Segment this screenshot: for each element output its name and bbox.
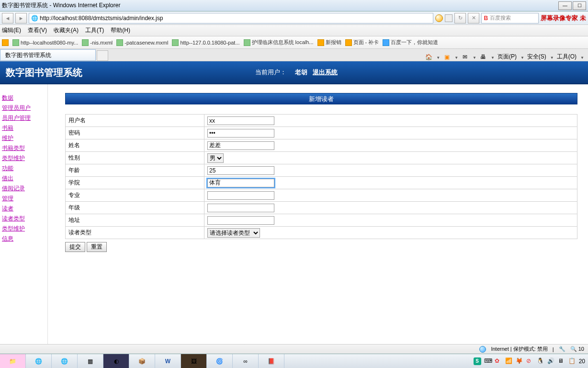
sogou-ime-icon[interactable]: S xyxy=(474,357,481,365)
fav-item[interactable]: -nis.mxml xyxy=(82,39,113,46)
url-input[interactable] xyxy=(40,15,431,22)
app-title: 数字图书管理系统 xyxy=(6,66,82,79)
fav-item[interactable]: -patcasenew.mxml xyxy=(116,39,168,46)
tray-icon[interactable]: ⌨ xyxy=(484,357,492,365)
input-major[interactable] xyxy=(207,191,274,200)
sidebar-item[interactable]: 类型维护 xyxy=(2,224,45,234)
task-ie[interactable]: 🌐 xyxy=(26,354,52,368)
maximize-button[interactable]: ☐ xyxy=(573,1,586,10)
sidebar-item[interactable]: 信息 xyxy=(2,234,45,244)
menu-tools[interactable]: 工具(T) xyxy=(85,26,104,34)
sidebar-item[interactable]: 管理 xyxy=(2,194,45,204)
print-icon[interactable]: 🖶 xyxy=(479,53,487,61)
favorites-star-icon[interactable] xyxy=(2,39,9,46)
fav-item[interactable]: 护理临床信息系统 localh... xyxy=(244,39,314,46)
compat-icon[interactable] xyxy=(445,14,452,22)
search-box[interactable]: B 百度搜索 xyxy=(481,13,539,23)
mail-icon[interactable]: ✉ xyxy=(461,53,469,61)
task-ie2[interactable]: 🌐 xyxy=(52,354,78,368)
sidebar-item[interactable]: 管理员用户 xyxy=(2,103,45,113)
tray-icon[interactable]: ✿ xyxy=(495,357,502,365)
minimize-button[interactable]: — xyxy=(558,1,572,10)
url-field[interactable]: 🌐 xyxy=(29,13,433,23)
dropdown-arrow-icon[interactable] xyxy=(520,54,524,60)
baidu-icon: B xyxy=(484,15,488,22)
task-app4[interactable]: 📕 xyxy=(259,354,284,368)
safety-menu[interactable]: 安全(S) xyxy=(527,53,546,61)
submit-button[interactable]: 提交 xyxy=(65,242,85,252)
sidebar-item[interactable]: 数据 xyxy=(2,93,45,103)
task-app2[interactable]: 🌀 xyxy=(207,354,233,368)
sidebar-item[interactable]: 借出 xyxy=(2,173,45,184)
refresh-button[interactable]: ↻ xyxy=(454,13,466,23)
fav-icon xyxy=(345,39,352,46)
sidebar-item[interactable]: 书籍类型 xyxy=(2,143,45,153)
page-title: 新增读者 xyxy=(65,93,577,104)
tab-bar: 数字图书管理系统 🏠 ▣ ✉ 🖶 页面(P) 安全(S) 工具(O) xyxy=(0,49,588,61)
active-tab[interactable]: 数字图书管理系统 xyxy=(0,49,96,61)
select-readertype[interactable]: 请选择读者类型 xyxy=(207,228,260,238)
fav-item[interactable]: 新报销 xyxy=(317,39,341,46)
rss-icon[interactable]: ▣ xyxy=(443,53,451,61)
tools-menu[interactable]: 工具(O) xyxy=(557,53,577,61)
sidebar-item[interactable]: 借阅记录 xyxy=(2,184,45,194)
taskbar: 📁 🌐 🌐 ▦ ◐ 📦 W 🖼 🌀 ∞ 📕 S ⌨ ✿ 📶 🦊 ⊘ 🐧 🔊 🖥 … xyxy=(0,354,588,368)
input-username[interactable] xyxy=(207,116,274,125)
task-word[interactable]: W xyxy=(155,354,181,368)
home-icon[interactable]: 🏠 xyxy=(425,53,432,61)
tray-icon[interactable]: 🖥 xyxy=(558,357,565,365)
fav-item[interactable]: 百度一下，你就知道 xyxy=(383,39,438,46)
dropdown-arrow-icon[interactable] xyxy=(453,54,458,60)
tray-icon[interactable]: 🐧 xyxy=(537,357,544,365)
task-eclipse[interactable]: ◐ xyxy=(103,354,129,368)
task-explorer[interactable]: 📁 xyxy=(0,354,26,368)
fav-item[interactable]: http--localhost8080-my... xyxy=(12,39,78,46)
tray-icon[interactable]: 📋 xyxy=(568,357,576,365)
menu-view[interactable]: 查看(V) xyxy=(28,26,47,34)
sidebar-item[interactable]: 维护 xyxy=(2,133,45,143)
menu-help[interactable]: 帮助(H) xyxy=(111,26,130,34)
input-password[interactable] xyxy=(207,129,274,138)
page-menu[interactable]: 页面(P) xyxy=(498,53,517,61)
sidebar-item[interactable]: 读者 xyxy=(2,204,45,214)
dropdown-arrow-icon[interactable] xyxy=(472,54,476,60)
zoom-level[interactable]: 🔍 10 xyxy=(570,346,584,352)
tray-wifi-icon[interactable]: 📶 xyxy=(505,357,513,365)
select-gender[interactable]: 男 xyxy=(207,153,224,163)
input-name[interactable] xyxy=(207,141,274,150)
task-app3[interactable]: ∞ xyxy=(233,354,259,368)
protected-mode-icon[interactable]: 🔧 xyxy=(559,346,565,352)
input-age[interactable] xyxy=(207,166,274,175)
sidebar-item[interactable]: 书籍 xyxy=(2,123,45,133)
input-address[interactable] xyxy=(207,216,274,225)
back-button[interactable]: ◄ xyxy=(2,13,13,23)
input-grade[interactable] xyxy=(207,204,274,212)
sidebar-item[interactable]: 读者类型 xyxy=(2,214,45,224)
dropdown-arrow-icon[interactable] xyxy=(490,54,495,60)
task-image[interactable]: 🖼 xyxy=(181,354,207,368)
dropdown-arrow-icon[interactable] xyxy=(435,54,440,60)
menu-favorites[interactable]: 收藏夹(A) xyxy=(54,26,79,34)
new-tab-button[interactable] xyxy=(97,50,108,61)
input-college[interactable] xyxy=(207,179,274,187)
logout-link[interactable]: 退出系统 xyxy=(313,69,338,76)
label-address: 地址 xyxy=(66,214,204,227)
task-app[interactable]: ▦ xyxy=(78,354,103,368)
tray-time[interactable]: 20 xyxy=(579,358,585,365)
tray-volume-icon[interactable]: 🔊 xyxy=(547,357,555,365)
dropdown-arrow-icon[interactable] xyxy=(579,54,584,60)
tray-icon[interactable]: ⊘ xyxy=(526,357,534,365)
menu-edit[interactable]: 编辑(E) xyxy=(2,26,21,34)
reset-button[interactable]: 重置 xyxy=(87,242,107,252)
tray-icon[interactable]: 🦊 xyxy=(516,357,523,365)
sidebar-item[interactable]: 员用户管理 xyxy=(2,113,45,123)
fav-item[interactable]: 页面 - 补卡 xyxy=(345,39,379,46)
sidebar-item[interactable]: 类型维护 xyxy=(2,153,45,163)
stop-button[interactable]: ✕ xyxy=(468,13,479,23)
sidebar-item[interactable]: 功能 xyxy=(2,163,45,173)
zone-icon xyxy=(479,346,486,353)
dropdown-arrow-icon[interactable] xyxy=(549,54,554,60)
task-winrar[interactable]: 📦 xyxy=(129,354,155,368)
fav-item[interactable]: http--127.0.0.18080-pat... xyxy=(172,39,239,46)
forward-button[interactable]: ► xyxy=(15,13,27,23)
